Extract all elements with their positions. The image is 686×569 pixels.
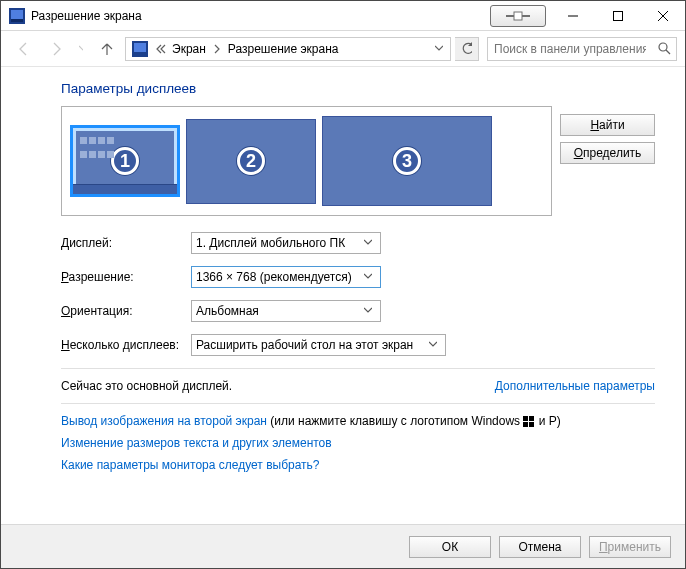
resize-text-link[interactable]: Изменение размеров текста и других элеме… — [61, 436, 332, 450]
monitor-badge-2: 2 — [237, 147, 265, 175]
chevron-right-icon — [213, 43, 221, 55]
svg-rect-1 — [11, 10, 23, 19]
separator — [61, 403, 655, 404]
display-label: Дисплей: — [61, 236, 191, 250]
maximize-button[interactable] — [595, 1, 640, 30]
settings-form: Дисплей: 1. Дисплей мобильного ПК Разреш… — [61, 232, 655, 356]
minimize-button[interactable] — [550, 1, 595, 30]
svg-rect-6 — [613, 11, 622, 20]
monitor-taskbar — [73, 184, 177, 194]
project-tail-text: и P) — [535, 414, 560, 428]
title-bar: Разрешение экрана — [1, 1, 685, 31]
refresh-button[interactable] — [455, 37, 479, 61]
dialog-footer: ОК Отмена Применить — [1, 524, 685, 568]
nav-bar: Экран Разрешение экрана — [1, 31, 685, 67]
monitor-side-buttons: Найти Определить — [560, 106, 655, 216]
advanced-settings-link[interactable]: Дополнительные параметры — [495, 379, 655, 393]
primary-display-status: Сейчас это основной дисплей. — [61, 379, 495, 393]
monitors-preview[interactable]: 1 2 3 — [61, 106, 552, 216]
desktop-icons — [79, 134, 115, 162]
windows-logo-icon — [523, 416, 535, 428]
crumb-prefix-chevrons[interactable] — [154, 38, 168, 60]
breadcrumb-item-screen[interactable]: Экран — [170, 38, 208, 60]
forward-button[interactable] — [41, 35, 69, 63]
forward-arrow-icon — [47, 40, 63, 58]
svg-rect-14 — [529, 416, 534, 421]
app-icon — [9, 8, 25, 24]
breadcrumb-item-resolution[interactable]: Разрешение экрана — [226, 38, 341, 60]
svg-rect-10 — [134, 43, 146, 52]
svg-point-11 — [659, 43, 667, 51]
svg-rect-13 — [523, 416, 528, 421]
search-box[interactable] — [487, 37, 677, 61]
up-arrow-icon — [99, 41, 115, 57]
display-select[interactable]: 1. Дисплей мобильного ПК — [191, 232, 381, 254]
page-heading: Параметры дисплеев — [61, 81, 655, 96]
orientation-select-value: Альбомная — [196, 304, 360, 318]
history-dropdown-button[interactable] — [73, 35, 89, 63]
chevron-down-icon — [425, 341, 441, 349]
svg-rect-4 — [514, 12, 522, 20]
display-select-value: 1. Дисплей мобильного ПК — [196, 236, 360, 250]
ok-button[interactable]: ОК — [409, 536, 491, 558]
close-button[interactable] — [640, 1, 685, 30]
multi-display-label: Несколько дисплеев: — [61, 338, 191, 352]
cancel-button[interactable]: Отмена — [499, 536, 581, 558]
separator — [61, 368, 655, 369]
monitor-2[interactable]: 2 — [186, 119, 316, 204]
chevron-down-icon — [79, 45, 83, 53]
breadcrumb-separator[interactable] — [210, 38, 224, 60]
close-icon — [658, 11, 668, 21]
minimize-icon — [568, 11, 578, 21]
orientation-label: Ориентация: — [61, 304, 191, 318]
monitor-3[interactable]: 3 — [322, 116, 492, 206]
chevron-left-double-icon — [155, 43, 167, 55]
monitor-1[interactable]: 1 — [70, 125, 180, 197]
address-bar[interactable]: Экран Разрешение экрана — [125, 37, 451, 61]
svg-rect-2 — [11, 19, 23, 22]
back-button[interactable] — [9, 35, 37, 63]
identify-button[interactable]: Определить — [560, 142, 655, 164]
back-arrow-icon — [15, 40, 31, 58]
project-second-screen-link[interactable]: Вывод изображения на второй экран — [61, 414, 267, 428]
svg-line-12 — [666, 50, 670, 54]
window: Разрешение экрана — [0, 0, 686, 569]
svg-rect-16 — [529, 422, 534, 427]
find-button[interactable]: Найти — [560, 114, 655, 136]
address-dropdown[interactable] — [430, 38, 448, 60]
chevron-down-icon — [360, 307, 376, 315]
chevron-down-icon — [360, 273, 376, 281]
window-title: Разрешение экрана — [31, 9, 142, 23]
which-settings-link[interactable]: Какие параметры монитора следует выбрать… — [61, 458, 320, 472]
content-area: Параметры дисплеев 1 2 3 Найти Определит… — [1, 67, 685, 524]
resolution-select[interactable]: 1366 × 768 (рекомендуется) — [191, 266, 381, 288]
multi-display-select-value: Расширить рабочий стол на этот экран — [196, 338, 425, 352]
orientation-select[interactable]: Альбомная — [191, 300, 381, 322]
address-icon — [132, 41, 148, 57]
slider-icon — [504, 11, 532, 21]
chevron-down-icon — [435, 45, 443, 53]
svg-rect-15 — [523, 422, 528, 427]
resolution-select-value: 1366 × 768 (рекомендуется) — [196, 270, 360, 284]
search-input[interactable] — [488, 38, 652, 60]
chevron-down-icon — [360, 239, 376, 247]
maximize-icon — [613, 11, 623, 21]
multi-display-select[interactable]: Расширить рабочий стол на этот экран — [191, 334, 446, 356]
monitor-badge-3: 3 — [393, 147, 421, 175]
refresh-icon — [461, 42, 472, 56]
resolution-label: Разрешение: — [61, 270, 191, 284]
project-suffix-text: (или нажмите клавишу с логотипом Windows — [267, 414, 523, 428]
toolbar-slider-button[interactable] — [490, 5, 546, 27]
project-line: Вывод изображения на второй экран (или н… — [61, 414, 655, 428]
monitor-badge-1: 1 — [111, 147, 139, 175]
up-button[interactable] — [93, 35, 121, 63]
apply-button[interactable]: Применить — [589, 536, 671, 558]
search-icon[interactable] — [652, 38, 676, 60]
